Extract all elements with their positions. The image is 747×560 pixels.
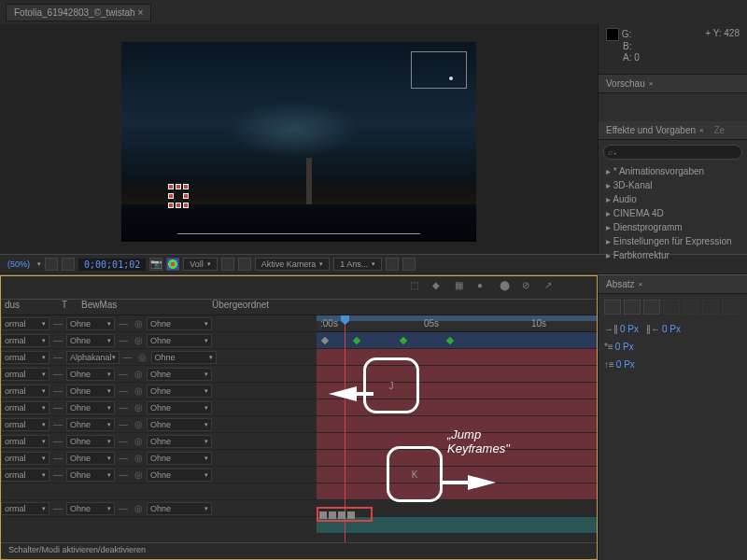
layer-row[interactable]: ormal—Ohne—◎Ohne bbox=[1, 383, 317, 399]
indent-first[interactable]: *≡ 0 Px bbox=[604, 342, 634, 352]
track[interactable] bbox=[317, 483, 597, 500]
layer-row[interactable]: ormal—Ohne—◎Ohne bbox=[1, 366, 317, 383]
graph-overlay bbox=[411, 51, 467, 89]
layer-row[interactable]: ormal—Ohne—◎Ohne bbox=[1, 399, 317, 416]
layer-row[interactable]: ormal—Alphakanal—◎Ohne bbox=[1, 349, 317, 366]
composition-viewer[interactable] bbox=[0, 24, 598, 254]
preview-image bbox=[121, 42, 476, 242]
tree-item[interactable]: Farbkorrektur bbox=[602, 248, 743, 262]
justify-icon[interactable] bbox=[722, 300, 739, 315]
track[interactable] bbox=[317, 467, 597, 483]
tool-icon[interactable]: ● bbox=[477, 280, 492, 295]
tree-item[interactable]: Dienstprogramm bbox=[602, 220, 743, 234]
layer-row[interactable]: ormal—Ohne—◎Ohne bbox=[1, 467, 317, 483]
layer-row[interactable]: ormal—Ohne—◎Ohne bbox=[1, 332, 317, 349]
layer-list: ormal—Ohne—◎Ohne ormal—Ohne—◎Ohne ormal—… bbox=[1, 315, 317, 542]
track[interactable] bbox=[317, 416, 597, 433]
paragraph-panel-tab[interactable]: Absatz × bbox=[599, 275, 747, 294]
project-tab-bar: Fotolia_61942803_©_twistah × bbox=[0, 0, 747, 24]
mask-icon[interactable] bbox=[62, 258, 75, 271]
track[interactable] bbox=[317, 383, 597, 399]
track[interactable] bbox=[317, 349, 597, 366]
col-header: T bbox=[48, 300, 81, 315]
layer-row[interactable]: ormal—Ohne—◎Ohne bbox=[1, 450, 317, 467]
effects-search[interactable]: ⌕▾ bbox=[603, 145, 742, 160]
timeline-footer[interactable]: Schalter/Modi aktivieren/deaktivieren bbox=[1, 542, 597, 559]
track[interactable] bbox=[317, 399, 597, 416]
fast-preview-icon[interactable] bbox=[402, 258, 416, 271]
track[interactable] bbox=[317, 332, 597, 349]
align-right-icon[interactable] bbox=[643, 300, 660, 315]
effects-tree: * Animationsvorgaben 3D-Kanal Audio CINE… bbox=[599, 164, 747, 262]
tree-item[interactable]: 3D-Kanal bbox=[602, 178, 743, 192]
tool-icon[interactable]: ⬤ bbox=[500, 280, 514, 295]
space-before[interactable]: ↑≡ 0 Px bbox=[604, 359, 635, 370]
tool-icon[interactable]: ◆ bbox=[432, 280, 447, 295]
keyframe-highlight bbox=[317, 507, 373, 522]
tree-item[interactable]: * Animationsvorgaben bbox=[602, 164, 743, 178]
time-ruler[interactable]: :00s 05s 10s bbox=[317, 315, 597, 332]
track[interactable] bbox=[317, 450, 597, 467]
align-center-icon[interactable] bbox=[624, 300, 641, 315]
timeline-toolbar: ⬚ ◆ ▦ ● ⬤ ⊘ ↗ bbox=[1, 276, 597, 299]
timeline-panel: ⬚ ◆ ▦ ● ⬤ ⊘ ↗ dus T BewMas Übergeordnet … bbox=[0, 275, 598, 560]
indent-right[interactable]: ‖← 0 Px bbox=[646, 324, 681, 334]
project-tab[interactable]: Fotolia_61942803_©_twistah × bbox=[6, 4, 151, 21]
roi-icon[interactable] bbox=[221, 258, 234, 271]
col-header: BewMas bbox=[81, 300, 137, 315]
justify-icon[interactable] bbox=[663, 300, 680, 315]
preview-panel-tab[interactable]: Vorschau × bbox=[599, 75, 747, 93]
indent-left[interactable]: →‖ 0 Px bbox=[604, 324, 639, 334]
selection-handles[interactable] bbox=[168, 184, 190, 212]
camera-dropdown[interactable]: Aktive Kamera bbox=[255, 258, 331, 271]
tool-icon[interactable]: ↗ bbox=[544, 280, 559, 295]
col-header: dus bbox=[1, 300, 48, 315]
tool-icon[interactable]: ⬚ bbox=[410, 280, 425, 295]
channel-icon[interactable] bbox=[166, 258, 179, 271]
tool-icon[interactable]: ⊘ bbox=[522, 280, 537, 295]
effects-panel-tab[interactable]: Effekte und Vorgaben × Ze bbox=[599, 121, 747, 140]
layer-row[interactable]: ormal—Ohne—◎Ohne bbox=[1, 500, 317, 517]
tree-item[interactable]: Einstellungen für Expression bbox=[602, 234, 743, 248]
resolution-dropdown[interactable]: Voll bbox=[183, 258, 218, 271]
grid-icon[interactable] bbox=[45, 258, 58, 271]
track[interactable] bbox=[317, 366, 597, 383]
align-left-icon[interactable] bbox=[604, 300, 621, 315]
layer-row[interactable]: ormal—Ohne—◎Ohne bbox=[1, 315, 317, 332]
snapshot-icon[interactable]: 📷 bbox=[149, 258, 162, 271]
justify-icon[interactable] bbox=[702, 300, 719, 315]
tree-item[interactable]: Audio bbox=[602, 192, 743, 206]
info-panel: G:+ Y: 428 B: A: 0 bbox=[599, 24, 747, 75]
views-dropdown[interactable]: 1 Ans... bbox=[333, 258, 382, 271]
timeline-tracks[interactable]: :00s 05s 10s J „Jump Keyf bbox=[317, 315, 597, 542]
transparency-icon[interactable] bbox=[238, 258, 251, 271]
zoom-dropdown[interactable]: (50%) bbox=[4, 259, 34, 270]
tool-icon[interactable]: ▦ bbox=[455, 280, 470, 295]
track[interactable] bbox=[317, 433, 597, 450]
pixel-aspect-icon[interactable] bbox=[386, 258, 399, 271]
tree-item[interactable]: CINEMA 4D bbox=[602, 206, 743, 220]
timecode-display[interactable]: 0;00;01;02 bbox=[78, 259, 146, 271]
layer-row[interactable]: ormal—Ohne—◎Ohne bbox=[1, 433, 317, 450]
justify-icon[interactable] bbox=[683, 300, 699, 315]
layer-row[interactable]: ormal—Ohne—◎Ohne bbox=[1, 416, 317, 433]
col-header: Übergeordnet bbox=[212, 300, 305, 315]
